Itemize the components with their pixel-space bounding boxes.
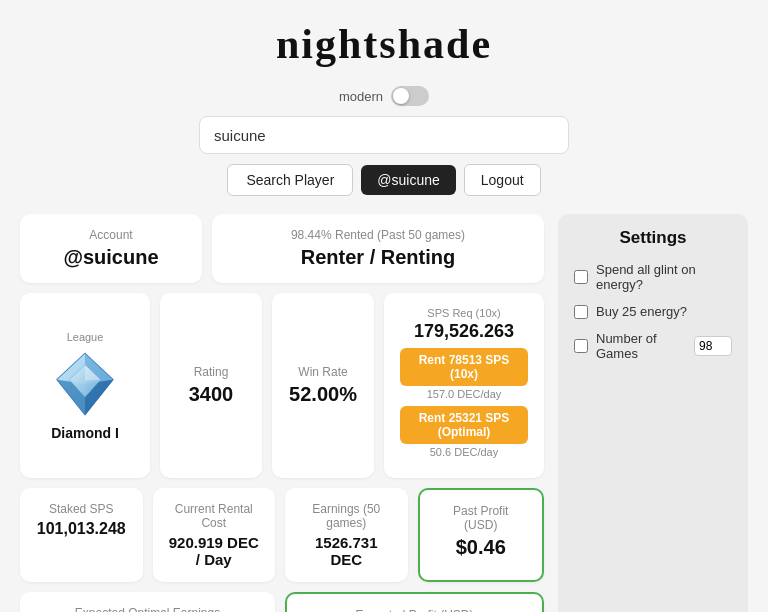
- glint-label: Spend all glint on energy?: [596, 262, 732, 292]
- staked-label: Staked SPS: [36, 502, 127, 516]
- games-checkbox[interactable]: [574, 339, 588, 353]
- search-button[interactable]: Search Player: [227, 164, 353, 196]
- winrate-label: Win Rate: [288, 365, 358, 379]
- staked-card: Staked SPS 101,013.248: [20, 488, 143, 582]
- rating-card: Rating 3400: [160, 293, 262, 478]
- rent1-dec-label: 157.0 DEC/day: [400, 388, 528, 400]
- sps-req-value: 179,526.263: [400, 321, 528, 342]
- renter-label: 98.44% Rented (Past 50 games): [228, 228, 528, 242]
- winrate-card: Win Rate 52.00%: [272, 293, 374, 478]
- app-title: nightshade: [20, 20, 748, 68]
- games-label: Number of Games: [596, 331, 686, 361]
- active-user-button[interactable]: @suicune: [361, 165, 455, 195]
- rent-optimal-button[interactable]: Rent 25321 SPS (Optimal): [400, 406, 528, 444]
- rating-value: 3400: [176, 383, 246, 406]
- rent-10x-button[interactable]: Rent 78513 SPS (10x): [400, 348, 528, 386]
- winrate-value: 52.00%: [288, 383, 358, 406]
- renter-value: Renter / Renting: [228, 246, 528, 269]
- modern-toggle[interactable]: [391, 86, 429, 106]
- account-label: Account: [36, 228, 186, 242]
- energy-label: Buy 25 energy?: [596, 304, 687, 319]
- account-value: @suicune: [36, 246, 186, 269]
- past-profit-label: Past Profit (USD): [436, 504, 527, 532]
- rental-cost-label: Current Rental Cost: [169, 502, 260, 530]
- settings-panel: Settings Spend all glint on energy? Buy …: [558, 214, 748, 612]
- energy-checkbox[interactable]: [574, 305, 588, 319]
- renter-card: 98.44% Rented (Past 50 games) Renter / R…: [212, 214, 544, 283]
- sps-req-label: SPS Req (10x): [400, 307, 528, 319]
- sps-card: SPS Req (10x) 179,526.263 Rent 78513 SPS…: [384, 293, 544, 478]
- rating-label: Rating: [176, 365, 246, 379]
- rent2-dec-label: 50.6 DEC/day: [400, 446, 528, 458]
- logout-button[interactable]: Logout: [464, 164, 541, 196]
- settings-item-energy: Buy 25 energy?: [574, 304, 732, 319]
- settings-item-games: Number of Games: [574, 331, 732, 361]
- staked-value: 101,013.248: [36, 520, 127, 538]
- glint-checkbox[interactable]: [574, 270, 588, 284]
- league-name: Diamond I: [51, 425, 119, 441]
- expected-profit-label: Expected Profit (USD): [303, 608, 526, 612]
- rental-cost-card: Current Rental Cost 920.919 DEC / Day: [153, 488, 276, 582]
- league-badge-icon: [50, 349, 120, 419]
- expected-optimal-label: Expected Optimal Earnings (98 games in 4…: [36, 606, 259, 612]
- past-profit-card: Past Profit (USD) $0.46: [418, 488, 545, 582]
- league-card: League: [20, 293, 150, 478]
- games-number-input[interactable]: [694, 336, 732, 356]
- earnings-value: 1526.731 DEC: [301, 534, 392, 568]
- settings-item-glint: Spend all glint on energy?: [574, 262, 732, 292]
- earnings-label: Earnings (50 games): [301, 502, 392, 530]
- rental-cost-value: 920.919 DEC / Day: [169, 534, 260, 568]
- toggle-knob: [393, 88, 409, 104]
- expected-profit-card: Expected Profit (USD) $0.88: [285, 592, 544, 612]
- earnings-card: Earnings (50 games) 1526.731 DEC: [285, 488, 408, 582]
- expected-optimal-card: Expected Optimal Earnings (98 games in 4…: [20, 592, 275, 612]
- search-input[interactable]: [199, 116, 569, 154]
- past-profit-value: $0.46: [436, 536, 527, 559]
- toggle-label: modern: [339, 89, 383, 104]
- league-label: League: [67, 331, 104, 343]
- settings-title: Settings: [574, 228, 732, 248]
- account-card: Account @suicune: [20, 214, 202, 283]
